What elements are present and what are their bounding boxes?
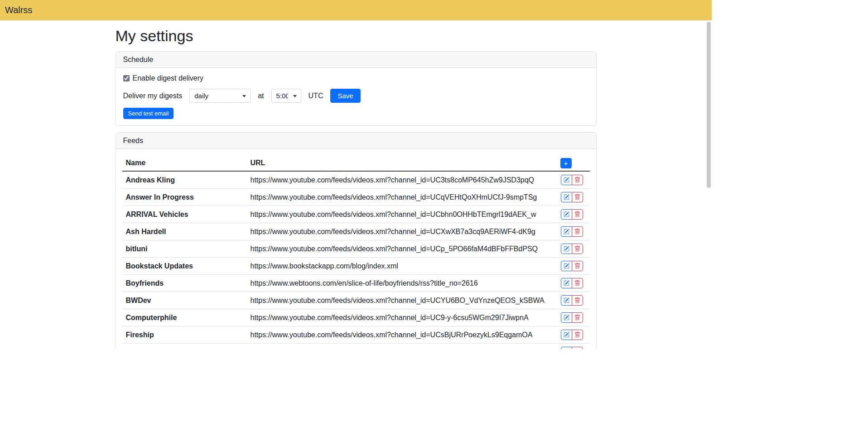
edit-feed-button[interactable] (561, 226, 572, 237)
pencil-square-icon (564, 246, 569, 252)
delete-feed-button[interactable] (572, 312, 583, 323)
edit-feed-button[interactable] (561, 175, 572, 185)
feed-name: Boyfriends (122, 276, 247, 291)
enable-digest-row: Enable digest delivery (123, 74, 204, 82)
feed-name: Answer In Progress (122, 190, 247, 205)
browser-viewport: Walrss My settings Schedule Enable diges… (0, 0, 712, 349)
feed-action-group (561, 330, 583, 340)
trash-icon (574, 297, 580, 303)
feed-row: Boyfriends https://www.webtoons.com/en/s… (122, 275, 590, 292)
trash-icon (574, 229, 580, 235)
feed-actions (548, 312, 590, 323)
feed-name: Fireship (122, 327, 247, 343)
feed-url: https://www.youtube.com/feeds/videos.xml… (247, 207, 548, 222)
edit-feed-button[interactable] (561, 192, 572, 202)
delete-feed-button[interactable] (572, 175, 583, 185)
enable-digest-label: Enable digest delivery (133, 74, 204, 82)
delete-feed-button[interactable] (572, 295, 583, 306)
delete-feed-button[interactable] (572, 244, 583, 254)
feeds-card-header: Feeds (116, 133, 596, 149)
feed-url: https://www.webtoons.com/en/slice-of-lif… (247, 276, 548, 291)
feed-action-group (561, 295, 583, 306)
add-feed-button[interactable]: + (560, 158, 572, 168)
feed-action-group (561, 226, 583, 237)
app-brand[interactable]: Walrss (5, 5, 32, 15)
feed-actions (548, 347, 590, 349)
trash-icon (574, 332, 580, 338)
feed-action-group (561, 312, 583, 323)
edit-feed-button[interactable] (561, 347, 572, 349)
feed-action-group (561, 192, 583, 202)
feed-actions (548, 209, 590, 220)
feed-url: https://www.youtube.com/feeds/videos.xml… (247, 327, 548, 343)
feed-actions (548, 330, 590, 340)
column-header-name: Name (122, 155, 247, 171)
feed-actions (548, 244, 590, 254)
edit-feed-button[interactable] (561, 295, 572, 306)
feed-url: https://www.youtube.com/feeds/videos.xml… (247, 310, 548, 325)
edit-feed-button[interactable] (561, 244, 572, 254)
feed-url: https://www.youtube.com/feeds/videos.xml… (247, 224, 548, 239)
feed-name: BWDev (122, 293, 247, 308)
feeds-table: Name URL + Andreas Kling https://www.you… (122, 155, 590, 349)
feed-action-group (561, 175, 583, 185)
schedule-card: Schedule Enable digest delivery Deliver … (116, 51, 597, 126)
save-button[interactable]: Save (330, 89, 360, 103)
pencil-square-icon (564, 297, 569, 303)
feed-row: bitluni https://www.youtube.com/feeds/vi… (122, 240, 590, 258)
delete-feed-button[interactable] (572, 347, 583, 349)
edit-feed-button[interactable] (561, 330, 572, 340)
feed-actions (548, 295, 590, 306)
feed-action-group (561, 209, 583, 220)
column-header-url: URL (247, 155, 548, 171)
feed-action-group (561, 244, 583, 254)
delete-feed-button[interactable] (572, 209, 583, 220)
edit-feed-button[interactable] (561, 312, 572, 323)
delete-feed-button[interactable] (572, 226, 583, 237)
pencil-square-icon (564, 194, 569, 200)
pencil-square-icon (564, 315, 569, 321)
delete-feed-button[interactable] (572, 330, 583, 340)
feed-name: Computerphile (122, 310, 247, 325)
delivery-settings-row: Deliver my digests daily at 5:00 UTC Sav… (123, 89, 589, 103)
column-header-actions: + (548, 158, 590, 168)
feeds-card: Feeds Name URL + Andreas Kling https://w… (116, 132, 597, 349)
send-test-email-button[interactable]: Send test email (123, 108, 174, 119)
feed-url: https://www.youtube.com/feeds/videos.xml… (247, 293, 548, 308)
at-label: at (258, 92, 264, 100)
feeds-table-header: Name URL + (122, 155, 590, 172)
feed-name: Andreas Kling (122, 172, 247, 188)
frequency-select[interactable]: daily (189, 89, 251, 103)
digest-enable-checkbox[interactable] (123, 75, 130, 81)
pencil-square-icon (564, 211, 569, 217)
trash-icon (574, 315, 580, 321)
feed-actions (548, 175, 590, 185)
scrollbar[interactable] (707, 22, 711, 188)
trash-icon (574, 211, 580, 217)
trash-icon (574, 280, 580, 286)
page-title: My settings (116, 27, 597, 45)
feed-row: Fireship https://www.youtube.com/feeds/v… (122, 326, 590, 344)
edit-feed-button[interactable] (561, 209, 572, 220)
feeds-table-body: Andreas Kling https://www.youtube.com/fe… (122, 172, 590, 349)
delete-feed-button[interactable] (572, 278, 583, 288)
feed-row: Andreas Kling https://www.youtube.com/fe… (122, 172, 590, 189)
feed-url: https://www.youtube.com/feeds/videos.xml… (247, 172, 548, 188)
edit-feed-button[interactable] (561, 278, 572, 288)
schedule-card-body: Enable digest delivery Deliver my digest… (116, 68, 596, 125)
delete-feed-button[interactable] (572, 261, 583, 271)
pencil-square-icon (564, 177, 569, 183)
feed-url: https://www.bookstackapp.com/blog/index.… (247, 258, 548, 274)
main-content: My settings Schedule Enable digest deliv… (116, 20, 597, 349)
time-select[interactable]: 5:00 (271, 89, 301, 103)
feed-action-group (561, 261, 583, 271)
feed-name: Go Time (122, 345, 247, 349)
pencil-square-icon (564, 263, 569, 269)
feeds-card-body: Name URL + Andreas Kling https://www.you… (116, 149, 596, 349)
delete-feed-button[interactable] (572, 192, 583, 202)
feed-name: bitluni (122, 241, 247, 257)
edit-feed-button[interactable] (561, 261, 572, 271)
pencil-square-icon (564, 229, 569, 235)
test-email-row: Send test email (123, 103, 589, 119)
feed-actions (548, 261, 590, 271)
